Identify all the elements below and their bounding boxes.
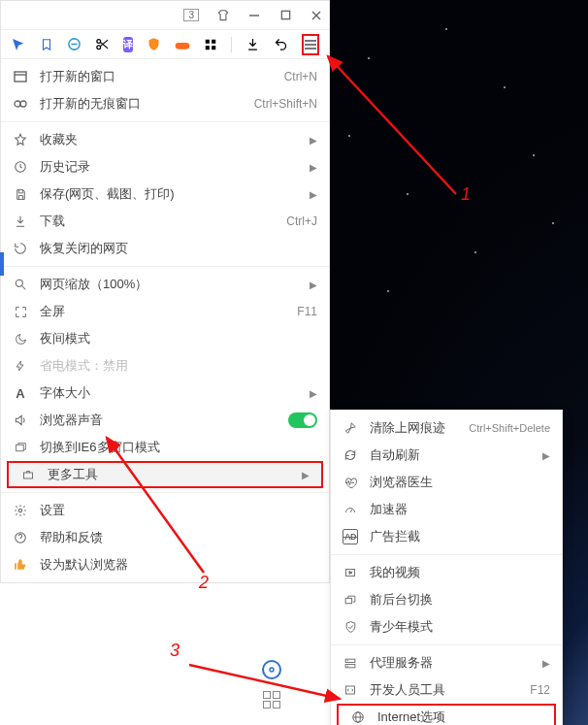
- menu-new-incognito[interactable]: 打开新的无痕窗口 Ctrl+Shift+N: [1, 90, 329, 117]
- shield-icon[interactable]: [147, 37, 161, 52]
- annotation-3: 3: [170, 641, 180, 661]
- submenu-internet-options[interactable]: Internet选项: [337, 704, 556, 725]
- chevron-right-icon: ▶: [542, 450, 550, 461]
- sync-icon[interactable]: [67, 37, 82, 52]
- submenu-ad-block[interactable]: AD 广告拦截: [331, 523, 562, 550]
- gear-icon: [13, 503, 28, 518]
- tab-count-badge: 3: [183, 9, 199, 21]
- menu-label: 更多工具: [48, 466, 290, 483]
- menu-separator: [331, 554, 562, 555]
- divider: [231, 37, 232, 52]
- menu-label: 历史记录: [40, 158, 298, 176]
- menu-label: 设为默认浏览器: [40, 556, 317, 574]
- menu-label: 青少年模式: [370, 618, 550, 636]
- window-icon: [13, 69, 28, 84]
- download-icon[interactable]: [245, 37, 260, 52]
- menu-separator: [331, 644, 562, 645]
- menu-settings[interactable]: 设置: [1, 497, 329, 524]
- submenu-fg-bg-switch[interactable]: 前后台切换: [331, 586, 562, 613]
- menu-label: 浏览器声音: [40, 412, 277, 429]
- menu-history[interactable]: 历史记录 ▶: [1, 153, 329, 181]
- svg-rect-15: [15, 72, 26, 82]
- svg-point-7: [97, 46, 101, 49]
- shield-check-icon: [343, 619, 358, 635]
- chevron-right-icon: ▶: [310, 280, 317, 290]
- submenu-my-videos[interactable]: 我的视频: [331, 559, 562, 586]
- svg-rect-23: [16, 445, 23, 451]
- menu-label: 恢复关闭的网页: [40, 240, 317, 257]
- globe-icon: [350, 709, 366, 725]
- broom-icon: [343, 420, 358, 436]
- restore-icon: [13, 241, 28, 256]
- menu-more-tools[interactable]: 更多工具 ▶: [7, 461, 323, 488]
- menu-new-window[interactable]: 打开新的窗口 Ctrl+N: [1, 63, 329, 90]
- bookmark-icon[interactable]: [40, 37, 53, 52]
- chevron-right-icon: ▶: [302, 470, 310, 480]
- chevron-right-icon: ▶: [310, 388, 317, 399]
- chevron-right-icon: ▶: [310, 189, 317, 200]
- menu-separator: [1, 266, 329, 267]
- maximize-button[interactable]: [278, 9, 292, 22]
- window-titlebar: 3: [1, 1, 329, 30]
- menu-label: 加速器: [370, 501, 550, 518]
- apps-grid-icon[interactable]: [204, 37, 217, 52]
- menu-label: 下载: [40, 213, 275, 230]
- svg-point-6: [97, 40, 101, 44]
- skin-icon[interactable]: [216, 9, 230, 22]
- chevron-right-icon: ▶: [310, 162, 317, 173]
- menu-label: 自动刷新: [370, 446, 531, 464]
- more-tools-submenu: 清除上网痕迹 Ctrl+Shift+Delete 自动刷新 ▶ 浏览器医生 加速…: [330, 410, 563, 725]
- menu-set-default[interactable]: 设为默认浏览器: [1, 551, 329, 578]
- menu-shortcut: Ctrl+J: [286, 214, 317, 228]
- menu-browser-sound[interactable]: 浏览器声音: [1, 407, 329, 434]
- scissors-icon[interactable]: [95, 37, 110, 52]
- submenu-teen-mode[interactable]: 青少年模式: [331, 613, 562, 641]
- code-icon: [343, 682, 358, 698]
- menu-label: 全屏: [40, 303, 285, 320]
- svg-rect-8: [206, 39, 210, 43]
- translate-icon[interactable]: 译: [123, 37, 133, 52]
- menu-help-feedback[interactable]: 帮助和反馈: [1, 524, 329, 551]
- menu-fullscreen[interactable]: 全屏 F11: [1, 298, 329, 325]
- undo-icon[interactable]: [274, 37, 288, 52]
- menu-save[interactable]: 保存(网页、截图、打印) ▶: [1, 181, 329, 208]
- menu-label: 字体大小: [40, 384, 298, 402]
- menu-label: 广告拦截: [370, 528, 550, 545]
- submenu-clear-data[interactable]: 清除上网痕迹 Ctrl+Shift+Delete: [331, 414, 562, 442]
- sound-toggle[interactable]: [288, 412, 317, 428]
- submenu-accelerator[interactable]: 加速器: [331, 496, 562, 523]
- menu-zoom[interactable]: 网页缩放（100%） ▶: [1, 271, 329, 298]
- incognito-icon: [13, 96, 28, 112]
- svg-point-17: [15, 101, 20, 107]
- menu-reopen-closed[interactable]: 恢复关闭的网页: [1, 235, 329, 262]
- qr-icon[interactable]: [263, 691, 280, 709]
- game-icon[interactable]: [175, 37, 190, 52]
- video-icon: [343, 565, 358, 580]
- menu-label: 浏览器医生: [370, 474, 550, 491]
- svg-rect-1: [281, 11, 289, 18]
- minimize-button[interactable]: [247, 9, 261, 22]
- menu-label: 切换到IE6多窗口模式: [40, 439, 317, 456]
- help-icon: [13, 530, 28, 545]
- submenu-dev-tools[interactable]: 开发人员工具 F12: [331, 676, 562, 704]
- menu-separator: [1, 121, 329, 122]
- menu-switch-ie6[interactable]: 切换到IE6多窗口模式: [1, 434, 329, 461]
- menu-night-mode[interactable]: 夜间模式: [1, 325, 329, 352]
- svg-point-18: [20, 101, 26, 107]
- main-menu-button[interactable]: [302, 34, 319, 55]
- moon-icon: [13, 331, 28, 346]
- messenger-icon[interactable]: [11, 37, 26, 52]
- close-button[interactable]: [310, 9, 323, 22]
- menu-label: 夜间模式: [40, 330, 317, 347]
- menu-shortcut: Ctrl+Shift+N: [254, 97, 317, 111]
- toolbox-icon: [20, 467, 36, 482]
- submenu-proxy-server[interactable]: 代理服务器 ▶: [331, 649, 562, 676]
- menu-favorites[interactable]: 收藏夹 ▶: [1, 126, 329, 153]
- menu-font-size[interactable]: A 字体大小 ▶: [1, 379, 329, 407]
- menu-downloads[interactable]: 下载 Ctrl+J: [1, 208, 329, 235]
- svg-point-21: [16, 280, 22, 286]
- save-icon: [13, 186, 28, 202]
- submenu-auto-refresh[interactable]: 自动刷新 ▶: [331, 442, 562, 469]
- target-icon[interactable]: [262, 660, 281, 679]
- submenu-browser-doctor[interactable]: 浏览器医生: [331, 469, 562, 496]
